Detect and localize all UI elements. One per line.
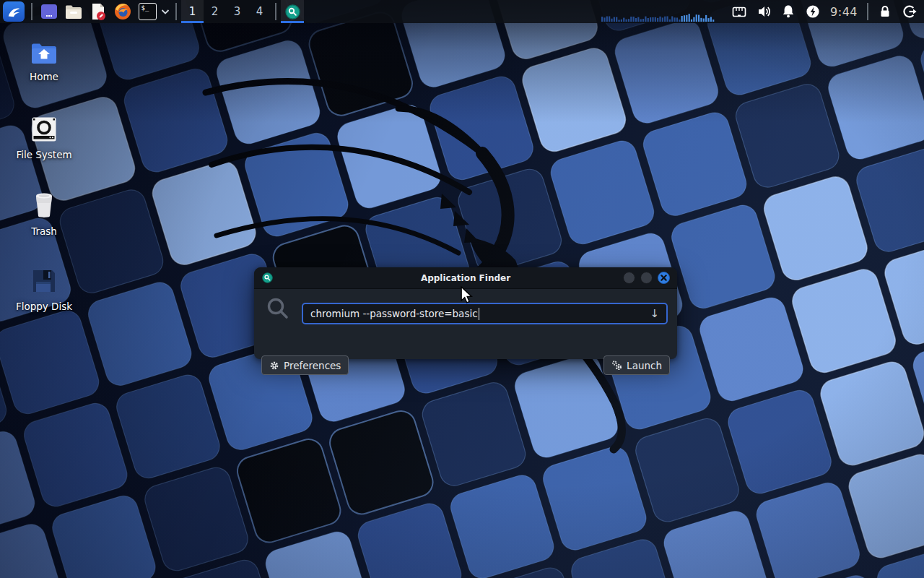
appfinder-window-icon	[262, 272, 273, 283]
panel-separator	[175, 3, 177, 20]
search-icon	[266, 297, 292, 323]
workspace-4[interactable]: 4	[248, 0, 271, 23]
lock-icon	[876, 3, 894, 20]
window-title: Application Finder	[254, 273, 677, 283]
panel-separator	[275, 3, 276, 20]
preferences-button[interactable]: Preferences	[261, 355, 349, 375]
close-button[interactable]	[658, 272, 670, 284]
firefox-icon	[113, 2, 132, 21]
desktop-icon-floppy-disk[interactable]: Floppy Disk	[11, 267, 77, 312]
trash-icon	[30, 191, 58, 220]
hard-drive-icon	[30, 116, 58, 143]
desktop-icon-file-system[interactable]: File System	[11, 116, 77, 160]
history-dropdown-arrow-icon[interactable]: ↓	[650, 307, 659, 320]
launcher-text-editor[interactable]	[88, 0, 108, 23]
text-caret	[479, 308, 480, 320]
desktop-icon-label: File System	[16, 149, 71, 160]
search-input-value: chromium --password-store=basic	[310, 308, 478, 319]
desktop-icon-label: Floppy Disk	[16, 301, 72, 312]
tray-volume[interactable]	[755, 0, 772, 23]
log-out-icon	[901, 3, 918, 20]
launch-label: Launch	[627, 360, 662, 371]
maximize-button[interactable]	[640, 272, 653, 284]
launch-button[interactable]: Launch	[603, 355, 670, 375]
workspace-2[interactable]: 2	[204, 0, 226, 23]
terminal-glyph: $_	[141, 5, 149, 12]
floppy-disk-icon	[30, 267, 58, 295]
home-folder-icon	[30, 42, 58, 65]
desktop-icon-label: Home	[30, 71, 58, 82]
preferences-label: Preferences	[284, 360, 341, 371]
taskbar-application-finder[interactable]	[281, 0, 304, 23]
search-input[interactable]: chromium --password-store=basic ↓	[302, 303, 668, 324]
desktop-icon-trash[interactable]: Trash	[11, 191, 77, 237]
kali-menu-button[interactable]	[3, 1, 25, 22]
launcher-firefox[interactable]	[113, 0, 133, 23]
kali-dragon-icon	[6, 4, 22, 20]
appfinder-icon	[285, 4, 300, 20]
panel-separator	[31, 3, 32, 20]
launcher-dropdown[interactable]	[160, 0, 171, 23]
tray-notifications[interactable]	[780, 0, 797, 23]
audio-visualizer	[601, 0, 717, 23]
top-panel: $_ 1 2 3 4	[0, 0, 924, 23]
launcher-terminal[interactable]: $_	[137, 0, 157, 23]
power-bolt-icon	[804, 3, 821, 20]
launcher-window-app[interactable]	[39, 0, 59, 23]
document-icon	[89, 2, 108, 21]
panel-separator	[867, 3, 868, 20]
log-out-button[interactable]	[901, 0, 918, 23]
window-app-icon	[40, 2, 58, 21]
volume-icon	[755, 3, 772, 20]
terminal-icon: $_	[139, 3, 157, 20]
lock-screen-button[interactable]	[876, 0, 894, 23]
mouse-cursor	[460, 286, 473, 303]
desktop-icon-label: Trash	[31, 225, 57, 237]
workspace-1[interactable]: 1	[181, 0, 204, 23]
application-finder-window: Application Finder chromium --password-s…	[254, 267, 677, 359]
workspace-3[interactable]: 3	[226, 0, 248, 23]
chevron-down-icon	[161, 8, 170, 15]
gear-icon	[269, 361, 279, 371]
desktop-icon-home[interactable]: Home	[11, 42, 77, 82]
launch-gears-icon	[611, 360, 622, 371]
tray-power-manager[interactable]	[804, 0, 821, 23]
bell-icon	[780, 3, 797, 20]
clock[interactable]: 9:44	[830, 0, 858, 23]
tray-network[interactable]	[731, 0, 748, 23]
folder-icon	[64, 2, 83, 21]
close-icon	[661, 275, 667, 281]
launcher-file-manager[interactable]	[64, 0, 84, 23]
minimize-button[interactable]	[623, 272, 635, 284]
network-icon	[731, 3, 748, 20]
